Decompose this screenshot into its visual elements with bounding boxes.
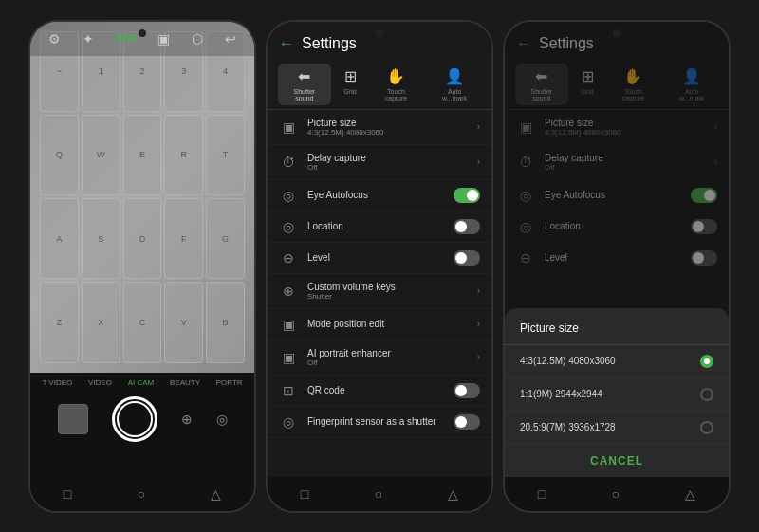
setting-location[interactable]: ◎ Location [268, 211, 491, 243]
fingerprint-toggle[interactable] [454, 414, 480, 430]
mode-ai-cam[interactable]: AI CAM [128, 378, 155, 387]
settings-icon[interactable]: ⚙ [48, 31, 61, 46]
dialog-radio-3 [700, 421, 713, 434]
dialog-option-1[interactable]: 4:3(12.5M) 4080x3060 [505, 345, 729, 378]
tab3-watermark[interactable]: 👤 Auto w...mark [665, 64, 718, 105]
back-arrow-2[interactable]: ← [279, 35, 294, 52]
phone-2-screen: ← Settings ⬅ Shutter sound ⊞ Grid ✋ Touc… [268, 22, 491, 511]
eye-autofocus-toggle[interactable] [454, 188, 480, 203]
picture-size-label: Picture size [307, 118, 468, 128]
setting-fingerprint[interactable]: ◎ Fingerprint sensor as a shutter [268, 407, 491, 438]
ai-portrait-label: AI portrait enhancer [307, 348, 468, 358]
tab-touch-capture[interactable]: ✋ Touch capture [369, 64, 422, 105]
tab3-grid[interactable]: ⊞ Grid [574, 64, 602, 105]
camera-bottom-controls: T VIDEO VIDEO AI CAM BEAUTY PORTR ⊕ ◎ [30, 373, 254, 477]
picture-size-dialog: Picture size 4:3(12.5M) 4080x3060 1:1(9M… [505, 308, 729, 477]
mode-portrait[interactable]: PORTR [216, 378, 243, 387]
setting-eye-autofocus[interactable]: ◎ Eye Autofocus [268, 180, 491, 211]
setting3-picture-size-label: Picture size [545, 118, 705, 128]
setting-picture-size[interactable]: ▣ Picture size 4:3(12.5M) 4080x3060 › [268, 110, 491, 145]
setting3-delay-value: Off [545, 163, 705, 172]
dialog-cancel-button[interactable]: CANCEL [505, 445, 729, 477]
setting3-location-toggle[interactable] [691, 219, 717, 234]
key-20: B [206, 282, 245, 362]
level-toggle[interactable] [454, 250, 480, 266]
phone-2-nav-home[interactable]: □ [301, 486, 308, 502]
setting3-level-info: Level [545, 252, 681, 263]
dialog-radio-1-inner [704, 358, 710, 364]
settings-title-3: Settings [539, 35, 594, 52]
dialog-option-2-text: 1:1(9M) 2944x2944 [520, 389, 602, 399]
setting3-delay-capture[interactable]: ⏱ Delay capture Off › [505, 145, 729, 180]
setting-ai-portrait[interactable]: ▣ AI portrait enhancer Off › [268, 340, 491, 376]
tab3-grid-icon: ⊞ [582, 67, 594, 85]
setting3-level-toggle[interactable] [691, 250, 717, 266]
tab-touch-icon: ✋ [386, 67, 405, 85]
key-10: T [206, 115, 245, 195]
qr-code-toggle[interactable] [454, 383, 480, 398]
dialog-option-3[interactable]: 20.5:9(7M) 3936x1728 [505, 412, 729, 445]
mode-t-video[interactable]: T VIDEO [42, 378, 72, 387]
setting3-eye-toggle[interactable] [691, 188, 717, 203]
dialog-radio-1 [700, 355, 713, 368]
setting3-delay-info: Delay capture Off [545, 153, 705, 172]
key-19: V [164, 282, 203, 362]
mode-beauty[interactable]: BEAUTY [170, 378, 200, 387]
key-16: Z [40, 282, 79, 362]
nav-home-icon[interactable]: □ [64, 486, 71, 502]
location-toggle[interactable] [454, 219, 480, 234]
tab3-grid-label: Grid [582, 88, 594, 95]
phone-3-settings-dialog: ← Settings ⬅ Shutter sound ⊞ Grid ✋ Touc… [503, 20, 731, 513]
setting3-location-toggle-dot [693, 221, 704, 232]
tab-watermark[interactable]: 👤 Auto w...mark [428, 64, 481, 105]
setting3-level-toggle-dot [693, 252, 704, 264]
flip-camera-icon[interactable]: ⊕ [181, 412, 193, 427]
setting-level[interactable]: ⊖ Level [268, 243, 491, 274]
setting-mode-position[interactable]: ▣ Mode position edit › [268, 309, 491, 340]
phone-3-nav-bar: □ ○ △ [505, 477, 729, 511]
picture-size-icon: ▣ [279, 119, 298, 135]
flash-icon[interactable]: ✦ [83, 31, 94, 46]
dialog-option-2[interactable]: 1:1(9M) 2944x2944 [505, 378, 729, 412]
nav-back-icon[interactable]: ○ [137, 486, 144, 502]
key-12: S [82, 198, 120, 279]
mode-video[interactable]: VIDEO [88, 378, 112, 387]
tab-grid-icon: ⊞ [344, 67, 357, 85]
aspect-icon[interactable]: ▣ [157, 31, 170, 46]
eye-autofocus-icon: ◎ [279, 188, 298, 203]
zoom-icon[interactable]: ◎ [216, 412, 228, 427]
tab-grid[interactable]: ⊞ Grid [337, 64, 364, 105]
setting3-picture-size[interactable]: ▣ Picture size 4:3(12.5M) 4080x3060 › [505, 110, 729, 145]
back-arrow-3[interactable]: ← [516, 35, 531, 52]
setting-qr-code[interactable]: ⊡ QR code [268, 376, 491, 407]
setting-delay-capture[interactable]: ⏱ Delay capture Off › [268, 145, 491, 180]
custom-volume-label: Custom volume keys [307, 282, 468, 292]
phone-3-nav-back[interactable]: ○ [611, 486, 619, 502]
setting3-eye-autofocus[interactable]: ◎ Eye Autofocus [505, 180, 729, 211]
setting3-level[interactable]: ⊖ Level [505, 243, 729, 274]
filter-icon[interactable]: ⬡ [192, 31, 203, 46]
camera-viewfinder[interactable]: ⚙ ✦ HDR ▣ ⬡ ↩ ~ 1 2 3 4 Q W [30, 22, 254, 373]
tab-shutter-sound[interactable]: ⬅ Shutter sound [278, 64, 331, 105]
custom-volume-icon: ⊕ [279, 284, 298, 299]
phone-3-nav-home[interactable]: □ [538, 486, 546, 502]
custom-volume-info: Custom volume keys Shutter [307, 282, 468, 301]
nav-recents-icon[interactable]: △ [211, 486, 221, 502]
phone-2-nav-back[interactable]: ○ [374, 486, 381, 502]
shutter-button[interactable] [112, 396, 157, 442]
thumbnail-preview[interactable] [58, 404, 88, 434]
key-6: Q [40, 115, 79, 195]
timer-icon[interactable]: ↩ [225, 31, 236, 46]
key-9: R [164, 115, 203, 195]
key-13: D [123, 198, 162, 279]
phone-3-nav-recents[interactable]: △ [685, 486, 695, 502]
tab3-touch-capture[interactable]: ✋ Touch capture [606, 64, 659, 105]
mode-position-arrow: › [477, 319, 480, 329]
phone-2-nav-recents[interactable]: △ [448, 486, 458, 502]
tab3-shutter-sound[interactable]: ⬅ Shutter sound [515, 64, 568, 105]
hdr-icon[interactable]: HDR [116, 33, 137, 44]
setting3-location[interactable]: ◎ Location [505, 211, 729, 243]
tab-shutter-icon: ⬅ [298, 67, 310, 85]
level-icon: ⊖ [279, 250, 298, 266]
setting-custom-volume[interactable]: ⊕ Custom volume keys Shutter › [268, 274, 491, 309]
